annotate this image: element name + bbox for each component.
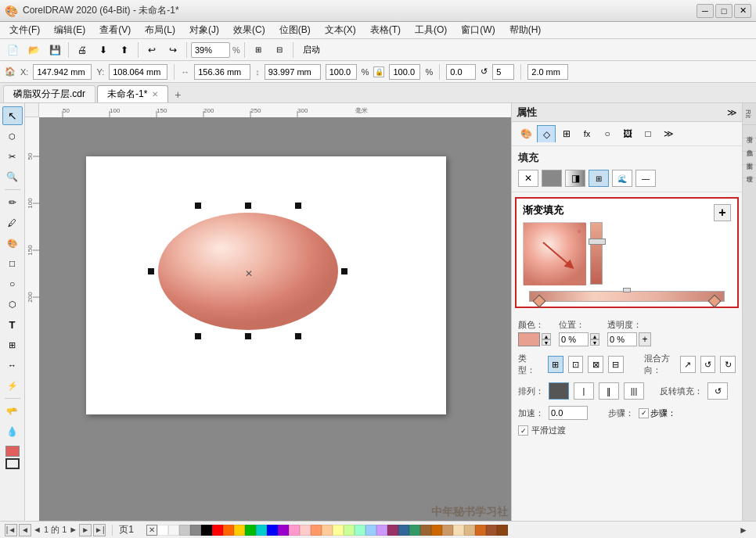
palette-chocolate[interactable]	[475, 525, 486, 536]
scale-y-input[interactable]	[389, 64, 420, 80]
palette-saddlebrown[interactable]	[497, 525, 508, 536]
palette-cyan[interactable]	[256, 525, 267, 536]
palette-steelblue[interactable]	[398, 525, 409, 536]
palette-lightgreen[interactable]	[344, 525, 355, 536]
pen-tool[interactable]: 🖊	[2, 213, 23, 232]
gradient-stop-right[interactable]	[708, 295, 722, 308]
pos-up-btn[interactable]: ▲	[590, 333, 599, 339]
node-tool[interactable]: ⬡	[2, 127, 23, 145]
import-button[interactable]: ⬇	[94, 41, 113, 59]
outline-color-swatch[interactable]	[5, 458, 20, 469]
angle-input[interactable]	[446, 64, 476, 80]
type-linear-btn[interactable]: ⊞	[548, 356, 563, 373]
palette-burlywood[interactable]	[464, 525, 475, 536]
steps-checkbox-box[interactable]	[639, 408, 649, 418]
blend-btn3[interactable]: ↻	[720, 356, 736, 373]
undo-button[interactable]: ↩	[142, 41, 161, 59]
add-gradient-button[interactable]: +	[714, 204, 731, 221]
select-tool[interactable]: ↖	[2, 106, 23, 125]
props-tab-circle[interactable]: ○	[598, 125, 617, 142]
menu-layout[interactable]: 布局(L)	[139, 22, 182, 38]
gradient-slider-thumb[interactable]	[589, 239, 606, 245]
tab-file1[interactable]: 磷脂双分子层.cdr	[3, 85, 95, 102]
tab-close-icon[interactable]: ✕	[152, 90, 158, 99]
x-input[interactable]	[33, 64, 92, 80]
props-tab-shape[interactable]: □	[639, 125, 657, 142]
handle-bot-right[interactable]	[295, 333, 301, 339]
handle-mid-left[interactable]	[148, 268, 154, 274]
no-fill-btn[interactable]: ✕	[518, 170, 538, 187]
menu-help[interactable]: 帮助(H)	[503, 22, 548, 38]
gradient-preview[interactable]: ⬦	[523, 222, 585, 285]
fill-tool[interactable]: 🫳	[2, 402, 23, 421]
props-tab-gradient[interactable]: ◇	[537, 125, 556, 142]
palette-blue[interactable]	[267, 525, 278, 536]
palette-lightpink[interactable]	[300, 525, 311, 536]
palette-wheat[interactable]	[453, 525, 464, 536]
palette-white[interactable]	[157, 525, 168, 536]
fill-color-swatch[interactable]	[5, 446, 20, 457]
save-button[interactable]: 💾	[45, 41, 64, 59]
page-last-btn[interactable]: ►|	[93, 524, 106, 536]
redo-button[interactable]: ↪	[164, 41, 182, 59]
menu-view[interactable]: 查看(V)	[93, 22, 137, 38]
palette-purple[interactable]	[278, 525, 289, 536]
menu-table[interactable]: 表格(T)	[364, 22, 407, 38]
table-tool[interactable]: ⊞	[2, 335, 23, 354]
palette-darkgray[interactable]	[190, 525, 201, 536]
smooth-checkbox[interactable]	[518, 425, 528, 436]
arrange-btn1[interactable]	[549, 382, 569, 400]
gradient-midpoint[interactable]	[623, 288, 631, 292]
freehand-tool[interactable]: ✏	[2, 193, 23, 212]
menu-window[interactable]: 窗口(W)	[455, 22, 501, 38]
menu-bitmap[interactable]: 位图(B)	[273, 22, 317, 38]
texture-fill-btn[interactable]: 🌊	[612, 170, 632, 187]
outer-right-item-2[interactable]: 渐变	[743, 125, 756, 138]
props-tab-more[interactable]: ≫	[659, 125, 678, 142]
ellipse-object[interactable]: ✕	[145, 199, 352, 344]
tab-file2[interactable]: 未命名-1* ✕	[97, 85, 168, 102]
zoom-tool[interactable]: 🔍	[2, 167, 23, 186]
palette-teal[interactable]	[409, 525, 420, 536]
no-color-swatch[interactable]: ✕	[146, 525, 157, 536]
new-button[interactable]: 📄	[3, 41, 22, 59]
palette-lavender[interactable]	[376, 525, 387, 536]
flat-fill-btn[interactable]	[542, 170, 562, 187]
eyedropper-tool[interactable]: 💧	[2, 422, 23, 441]
handle-top-center[interactable]	[245, 203, 251, 209]
points-input[interactable]	[492, 64, 514, 80]
print-button[interactable]: 🖨	[73, 41, 92, 59]
ps-fill-btn[interactable]: —	[635, 170, 656, 187]
props-tab-image[interactable]: 🖼	[618, 125, 637, 142]
menu-object[interactable]: 对象(J)	[183, 22, 225, 38]
color-down-btn[interactable]: ▼	[542, 339, 551, 346]
props-tab-fx[interactable]: fx	[578, 125, 596, 142]
crop-tool[interactable]: ✂	[2, 147, 23, 166]
outer-right-item-4[interactable]: 图案	[743, 152, 756, 165]
lock-ratio-button[interactable]: 🔒	[373, 66, 384, 77]
handle-mid-right[interactable]	[341, 268, 347, 274]
palette-red[interactable]	[212, 525, 223, 536]
palette-gray[interactable]	[179, 525, 190, 536]
palette-mauve[interactable]	[387, 525, 398, 536]
snap-button[interactable]: ⊞	[249, 41, 268, 59]
maximize-button[interactable]: □	[715, 4, 733, 18]
polygon-tool[interactable]: ⬡	[2, 295, 23, 314]
blend-btn2[interactable]: ↺	[700, 356, 716, 373]
gradient-bar[interactable]	[529, 291, 725, 302]
palette-scroll-right[interactable]: ►	[736, 525, 751, 536]
dimension-tool[interactable]: ↔	[2, 356, 23, 375]
width-input[interactable]	[194, 64, 250, 80]
handle-bot-left[interactable]	[195, 333, 201, 339]
canvas-area[interactable]: 50 100 150 200 250 300 毫米 50 100	[25, 103, 511, 521]
accel-input[interactable]	[549, 406, 588, 420]
palette-pink[interactable]	[289, 525, 300, 536]
props-tab-fill[interactable]: 🎨	[517, 125, 535, 142]
scale-x-input[interactable]	[326, 64, 357, 80]
reverse-fill-btn[interactable]: ↺	[707, 382, 728, 400]
page-first-btn[interactable]: |◄	[5, 524, 17, 536]
palette-peach[interactable]	[322, 525, 333, 536]
page-prev-btn[interactable]: ◄	[19, 524, 31, 536]
palette-lightgray[interactable]	[168, 525, 179, 536]
handle-bot-center[interactable]	[245, 333, 251, 339]
